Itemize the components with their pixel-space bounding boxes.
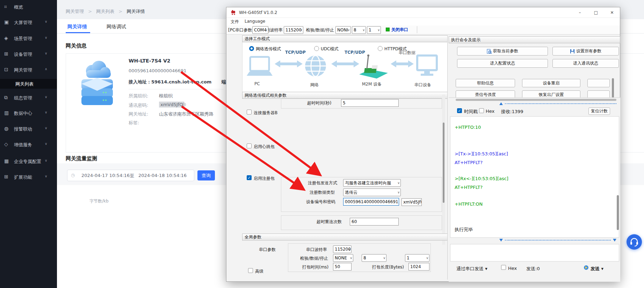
sidebar-item-device[interactable]: ⊞设备管理∨	[0, 49, 57, 59]
password-visibility-icon[interactable]: ◎	[182, 102, 186, 107]
clock-icon: ◷	[71, 172, 75, 178]
panel-splitter[interactable]	[447, 35, 448, 280]
sidebar-item-scene[interactable]: ◈场景管理∨	[0, 34, 57, 43]
sidebar-item-extension[interactable]: ⊞扩展功能∨	[0, 172, 57, 182]
timeout-input[interactable]: 5	[341, 99, 399, 107]
chevron-down-icon: ∨	[45, 158, 47, 162]
packlen-input[interactable]: 1024	[408, 263, 429, 271]
sidebar-item-overview[interactable]: ⌗概览	[0, 2, 57, 12]
menu-file[interactable]: 文件	[231, 19, 239, 25]
get-params-button[interactable]: 获取当前参数	[457, 47, 548, 56]
global-parity-select[interactable]: NONE∨	[333, 254, 353, 262]
baud-select[interactable]: 115200∨	[284, 26, 303, 34]
commands-scrollbar-thumb[interactable]	[612, 78, 614, 98]
save-icon	[570, 49, 575, 54]
regpack-checkbox[interactable]: ✓	[247, 175, 252, 180]
date-to[interactable]: 2024-04-18 10:54:16	[138, 173, 187, 178]
radio-transparent-mode[interactable]	[249, 46, 254, 51]
global-baud-label: 串口波特率	[306, 247, 327, 253]
send-input-area[interactable]	[450, 244, 619, 261]
parity-select[interactable]: NONI∨	[335, 26, 351, 34]
radio-udc-mode[interactable]	[314, 46, 319, 51]
scene-icon: ◈	[4, 35, 10, 41]
radio-transparent-label: 网络透传模式	[256, 46, 281, 52]
server-b-label: 连接服务器B	[254, 110, 277, 116]
send-button[interactable]: 发送 ▾	[591, 266, 603, 272]
enter-comm-button[interactable]: 进入通讯状态	[552, 59, 619, 68]
close-serial-button[interactable]: 关闭串口	[391, 27, 408, 33]
log-scrollbar-thumb[interactable]	[617, 195, 619, 230]
close-button[interactable]: ✕	[604, 7, 620, 18]
reboot-button[interactable]: 设备重启	[522, 79, 580, 87]
chevron-down-icon: ∨	[45, 36, 47, 39]
retry-label: 超时重连次数	[317, 219, 342, 225]
app-titlebar[interactable]: WH-G405tf V1.0.2 – □ ✕	[226, 7, 620, 18]
receive-top-scrollbar[interactable]	[456, 99, 616, 101]
retry-input[interactable]: 60	[350, 218, 399, 226]
query-button[interactable]: 查询	[197, 170, 215, 180]
work-mode-header: 选择工作模式	[242, 35, 448, 42]
databits-select[interactable]: 8∨	[352, 26, 366, 34]
stopbits-select[interactable]: 1∨	[367, 26, 381, 34]
heartbeat-label: 启用心跳包	[254, 144, 275, 150]
sidebar-item-gateway[interactable]: ⊡网关管理∧	[0, 65, 57, 75]
receive-bottom-slider[interactable]	[499, 238, 616, 242]
sidebar-item-data-center[interactable]: ▥数据中心∨	[0, 108, 57, 118]
reg-send-select[interactable]: 与服务器建立连接时向服∨	[343, 179, 401, 187]
toolbar-separator	[417, 26, 417, 33]
global-databits-select[interactable]: 8∨	[362, 254, 386, 262]
breadcrumb-item[interactable]: 网关管理	[66, 9, 84, 14]
app-toolbar: [PC串口参数] : 串口号 COM4∨ 波特率 115200∨ 检验/数据/停…	[226, 25, 620, 35]
caret-down-icon: ▾	[485, 266, 487, 271]
com-port-select[interactable]: COM4∨	[252, 26, 268, 34]
set-params-button[interactable]: 设置所有参数	[552, 47, 619, 56]
device-id-input[interactable]: 00059614000000046691	[343, 198, 399, 206]
global-params-header: 全局参数	[242, 234, 448, 241]
sidebar-item-gateway-list[interactable]: 网关列表	[0, 79, 57, 89]
advanced-checkbox[interactable]	[248, 268, 253, 273]
overview-icon: ⌗	[4, 4, 10, 10]
tab-network-debug[interactable]: 网络调试	[107, 24, 126, 30]
timestamp-checkbox[interactable]: ✓	[457, 108, 462, 113]
customer-service-button[interactable]	[627, 234, 642, 250]
date-range-picker[interactable]: ◷ 2024-04-17 10:54:16 至 2024-04-18 10:54…	[67, 170, 194, 181]
rx-hex-checkbox[interactable]	[479, 108, 484, 113]
tag-label: 标签:	[129, 120, 139, 126]
enter-config-button[interactable]: 进入配置状态	[457, 59, 548, 68]
send-via-serial-dropdown[interactable]: 通过串口发送 ▾	[456, 266, 487, 272]
global-stopbits-select[interactable]: 1∨	[405, 254, 429, 262]
menu-language[interactable]: Language	[245, 19, 265, 24]
params-scrollbar-thumb[interactable]	[443, 123, 444, 203]
minimize-button[interactable]: –	[572, 7, 588, 18]
sidebar-item-vas[interactable]: ◇增值服务∨	[0, 140, 57, 149]
radio-httpd-mode[interactable]	[378, 46, 383, 51]
tab-gateway-detail[interactable]: 网关详情	[67, 24, 87, 30]
heartbeat-checkbox[interactable]	[247, 143, 252, 148]
receive-slider[interactable]	[499, 102, 616, 106]
sidebar-item-screen[interactable]: ▣大屏管理∨	[0, 17, 57, 27]
slider-track	[505, 103, 616, 104]
tcp-udp-label-2: TCP/UDP	[345, 50, 365, 55]
server-b-checkbox[interactable]	[247, 110, 252, 115]
org-label: 所属组织:	[129, 93, 148, 99]
search-doc-icon	[487, 49, 492, 54]
sidebar-item-alarm[interactable]: ◍报警联动∨	[0, 124, 57, 134]
baud-label: 波特率	[270, 27, 283, 33]
timestamp-label: 时间戳	[464, 109, 478, 115]
maximize-button[interactable]: □	[588, 7, 604, 18]
partial-button[interactable]	[587, 79, 610, 87]
tx-hex-checkbox[interactable]	[501, 265, 506, 270]
log-line: +HTPFLT:ON	[455, 201, 483, 207]
device-password-input[interactable]: xmVd5Jf(	[401, 198, 422, 206]
reg-type-select[interactable]: 透传云∨	[343, 189, 401, 196]
global-baud-select[interactable]: 115200∨	[333, 245, 352, 253]
reset-count-button[interactable]: 复位计数	[588, 108, 610, 115]
packtime-input[interactable]: 50	[333, 263, 352, 271]
breadcrumb-item[interactable]: 网关列表	[96, 9, 114, 14]
rx-count: 接收:1399	[501, 109, 523, 115]
date-from[interactable]: 2024-04-17 10:54:16	[81, 173, 130, 178]
sidebar-item-enterprise[interactable]: ▦企业专属配置∨	[0, 156, 57, 166]
help-button[interactable]: 帮助信息	[456, 79, 515, 87]
serial-group-label: 串口参数	[259, 247, 276, 253]
sidebar-item-config[interactable]: ⧉组态管理∨	[0, 93, 57, 103]
